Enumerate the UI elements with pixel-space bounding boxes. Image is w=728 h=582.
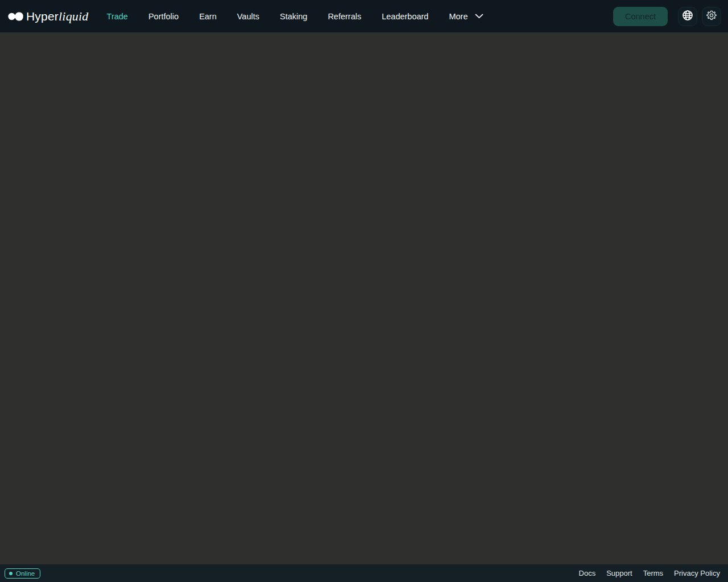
chevron-down-icon xyxy=(475,14,483,19)
online-status-dot xyxy=(9,572,13,575)
gear-icon xyxy=(706,10,717,23)
language-button[interactable] xyxy=(678,7,697,26)
nav-item-leaderboard[interactable]: Leaderboard xyxy=(382,12,428,21)
status-bar: Online Docs Support Terms Privacy Policy xyxy=(0,564,728,582)
globe-icon xyxy=(682,10,693,23)
hyperliquid-logo[interactable]: Hyperliquid xyxy=(8,9,89,24)
main-content-area xyxy=(0,32,728,564)
footer-link-docs[interactable]: Docs xyxy=(579,569,596,577)
connection-status-badge[interactable]: Online xyxy=(5,568,40,579)
footer-link-support[interactable]: Support xyxy=(606,569,632,577)
footer-link-terms[interactable]: Terms xyxy=(643,569,663,577)
nav-item-vaults[interactable]: Vaults xyxy=(237,12,259,21)
footer-link-privacy-policy[interactable]: Privacy Policy xyxy=(674,569,720,577)
nav-item-referrals[interactable]: Referrals xyxy=(328,12,361,21)
main-nav: Trade Portfolio Earn Vaults Staking Refe… xyxy=(107,12,483,21)
hyperliquid-logo-icon xyxy=(8,10,23,23)
nav-item-more-label: More xyxy=(449,12,468,21)
nav-item-trade[interactable]: Trade xyxy=(107,12,128,21)
nav-item-more[interactable]: More xyxy=(449,12,483,21)
nav-item-staking[interactable]: Staking xyxy=(280,12,307,21)
online-status-label: Online xyxy=(16,570,35,577)
connect-wallet-button[interactable]: Connect xyxy=(613,7,668,26)
settings-button[interactable] xyxy=(702,7,721,26)
nav-item-portfolio[interactable]: Portfolio xyxy=(148,12,179,21)
header-actions: Connect xyxy=(613,7,721,26)
footer-links: Docs Support Terms Privacy Policy xyxy=(579,569,720,577)
nav-item-earn[interactable]: Earn xyxy=(199,12,217,21)
brand-name: Hyperliquid xyxy=(26,9,89,24)
top-navigation-bar: Hyperliquid Trade Portfolio Earn Vaults … xyxy=(0,0,728,32)
